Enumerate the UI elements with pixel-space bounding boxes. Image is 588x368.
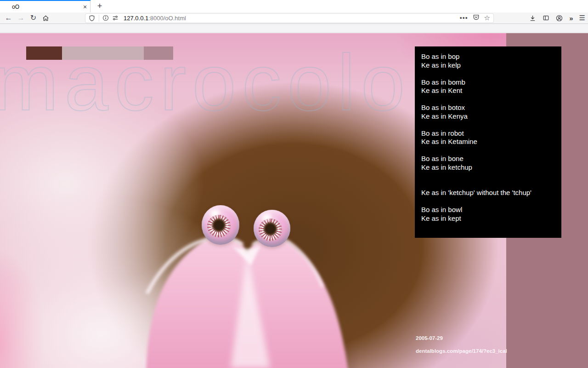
color-nav-blocks bbox=[26, 46, 173, 60]
firefox-window: oO × + ← → ↻ bbox=[0, 0, 588, 368]
site-info-icon[interactable] bbox=[102, 15, 109, 21]
pronunciation-line: Bo as in bowl bbox=[421, 206, 558, 214]
page-actions-icon[interactable]: ••• bbox=[460, 14, 468, 22]
pronunciation-line: Bo as in bone bbox=[421, 155, 558, 163]
browser-chrome: oO × + ← → ↻ bbox=[0, 0, 588, 33]
water-droplet-left bbox=[202, 205, 239, 245]
pronunciation-line: Ke as in Kent bbox=[421, 86, 558, 95]
pronunciation-line: Ke as in kept bbox=[421, 214, 558, 223]
bookmark-star-icon[interactable]: ☆ bbox=[484, 14, 490, 22]
new-tab-button[interactable]: + bbox=[93, 1, 106, 12]
home-button[interactable] bbox=[40, 12, 52, 23]
pronunciation-line bbox=[421, 180, 558, 189]
sidebar-icon[interactable] bbox=[543, 15, 549, 21]
pronunciation-line bbox=[421, 197, 558, 206]
page-content: macrocolor bbox=[0, 33, 588, 368]
pronunciation-line bbox=[421, 121, 558, 129]
hamburger-menu-icon[interactable]: ☰ bbox=[579, 14, 585, 22]
url-text[interactable]: 127.0.0.1:8000/oO.html bbox=[124, 15, 186, 22]
pronunciation-line: Bo as in bop bbox=[421, 52, 558, 61]
tracking-shield-icon[interactable] bbox=[89, 15, 95, 22]
pronunciation-box: Bo as in bopKe as in kelpBo as in bombKe… bbox=[415, 46, 561, 238]
tab-close-icon[interactable]: × bbox=[80, 3, 90, 11]
pocket-icon[interactable] bbox=[473, 14, 480, 23]
pronunciation-line: Ke as in ketchup bbox=[421, 163, 558, 172]
overflow-chevron-icon[interactable]: » bbox=[569, 14, 572, 22]
pronunciation-line: Bo as in botox bbox=[421, 104, 558, 112]
date-label: 2005-07-29 bbox=[416, 335, 443, 341]
nav-block-1[interactable] bbox=[26, 46, 62, 60]
url-path: :8000/oO.html bbox=[148, 15, 186, 22]
pronunciation-line: Ke as in Ketamine bbox=[421, 138, 558, 146]
tab-title: oO bbox=[0, 4, 80, 10]
pronunciation-line: Ke as in kelp bbox=[421, 61, 558, 70]
pronunciation-line bbox=[421, 69, 558, 78]
pronunciation-line bbox=[421, 172, 558, 180]
pronunciation-line bbox=[421, 95, 558, 104]
bookmarks-strip bbox=[0, 24, 588, 33]
toolbar-right-icons: » ☰ bbox=[523, 14, 585, 22]
footer-link[interactable]: dentalblogs.com/page/174/?ec3_ical bbox=[416, 348, 507, 354]
download-icon[interactable] bbox=[529, 15, 536, 22]
pronunciation-line: Ke as in 'ketchup' without the 'tchup' bbox=[421, 189, 558, 197]
browser-tab[interactable]: oO × bbox=[0, 1, 90, 12]
reload-button[interactable]: ↻ bbox=[27, 12, 40, 23]
tab-bar: oO × + bbox=[0, 0, 588, 12]
navigation-toolbar: ← → ↻ bbox=[0, 12, 588, 24]
back-button[interactable]: ← bbox=[2, 12, 15, 23]
forward-button[interactable]: → bbox=[15, 12, 27, 23]
pronunciation-line: Bo as in bomb bbox=[421, 78, 558, 87]
droplet-eye-right bbox=[259, 218, 282, 241]
water-droplet-right bbox=[254, 210, 290, 247]
permissions-icon[interactable] bbox=[112, 15, 119, 21]
pronunciation-line: Ke as in Kenya bbox=[421, 112, 558, 121]
droplet-eye-left bbox=[207, 215, 231, 237]
urlbar-separator bbox=[99, 15, 99, 22]
home-icon bbox=[42, 15, 49, 22]
account-icon[interactable] bbox=[556, 15, 563, 22]
url-bar[interactable]: 127.0.0.1:8000/oO.html ••• ☆ bbox=[85, 13, 494, 23]
nav-block-3[interactable] bbox=[144, 46, 173, 60]
url-host: 127.0.0.1 bbox=[124, 15, 148, 22]
nav-block-2[interactable] bbox=[62, 46, 144, 60]
pronunciation-line bbox=[421, 146, 558, 155]
pronunciation-line: Bo as in robot bbox=[421, 129, 558, 138]
